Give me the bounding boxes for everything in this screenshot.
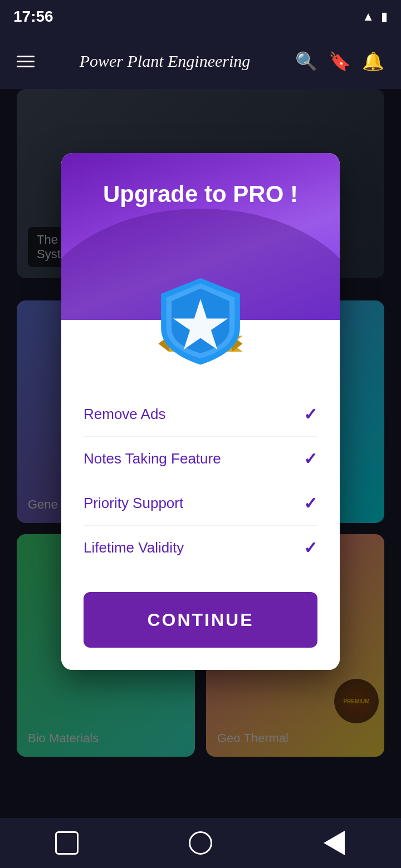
bottom-navigation (0, 818, 401, 868)
home-button[interactable] (52, 828, 82, 859)
feature-name-2: Priority Support (84, 495, 183, 512)
app-header: Power Plant Engineering 🔍 🔖 🔔 (0, 33, 401, 89)
continue-button[interactable]: CONTINUE (84, 592, 317, 648)
bookmark-icon[interactable]: 🔖 (329, 51, 351, 72)
wifi-icon: ▲ (362, 9, 374, 24)
check-icon-3: ✓ (304, 538, 317, 558)
shield-icon (145, 275, 256, 370)
feature-name-3: Lifetime Validity (84, 539, 184, 556)
square-icon (55, 831, 79, 855)
circle-button[interactable] (185, 828, 216, 859)
feature-list: Remove Ads ✓ Notes Taking Feature ✓ Prio… (84, 392, 317, 570)
header-icons: 🔍 🔖 🔔 (295, 51, 384, 72)
modal-badge (61, 275, 340, 370)
modal-title: Upgrade to PRO ! (103, 181, 298, 208)
status-icons: ▲ ▮ (362, 9, 388, 24)
check-icon-0: ✓ (304, 405, 317, 424)
status-bar: 17:56 ▲ ▮ (0, 0, 401, 33)
circle-icon (189, 831, 212, 855)
feature-name-1: Notes Taking Feature (84, 450, 221, 467)
modal-body: Remove Ads ✓ Notes Taking Feature ✓ Prio… (61, 381, 340, 670)
upgrade-modal: Upgrade to PRO ! (61, 153, 340, 670)
feature-remove-ads: Remove Ads ✓ (84, 392, 317, 437)
shield-container (145, 275, 256, 370)
feature-lifetime: Lifetime Validity ✓ (84, 526, 317, 570)
check-icon-1: ✓ (304, 449, 317, 468)
feature-priority-support: Priority Support ✓ (84, 481, 317, 526)
triangle-icon (324, 831, 345, 855)
feature-notes: Notes Taking Feature ✓ (84, 437, 317, 481)
check-icon-2: ✓ (304, 494, 317, 513)
feature-name-0: Remove Ads (84, 406, 165, 423)
menu-button[interactable] (17, 56, 35, 67)
bell-icon[interactable]: 🔔 (362, 51, 384, 72)
status-time: 17:56 (13, 8, 53, 26)
app-title: Power Plant Engineering (80, 52, 251, 71)
battery-icon: ▮ (381, 9, 388, 24)
search-icon[interactable]: 🔍 (295, 51, 317, 72)
back-button[interactable] (319, 828, 350, 859)
